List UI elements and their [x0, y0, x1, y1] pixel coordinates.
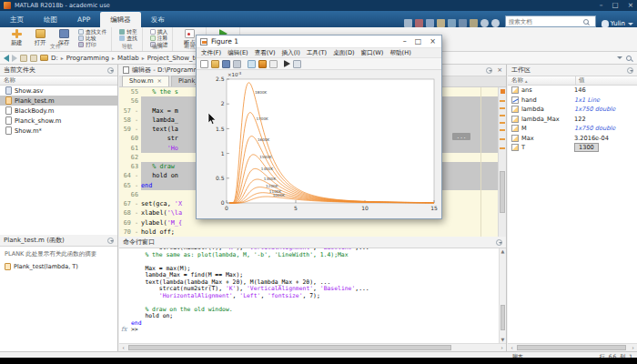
- notifications-bell-icon[interactable]: [602, 20, 609, 27]
- breadcrumb-segment[interactable]: D:: [51, 55, 58, 62]
- ribbon-tab-主页[interactable]: 主页: [0, 12, 34, 27]
- panel-menu-icon[interactable]: [496, 239, 502, 246]
- line-number: 67 -: [119, 199, 141, 208]
- file-column-header[interactable]: 名称: [0, 76, 117, 86]
- workspace-row[interactable]: hand1x1 Line: [508, 96, 637, 106]
- up-folder-icon[interactable]: [20, 55, 27, 62]
- undo-icon[interactable]: [448, 19, 456, 27]
- figure-menu-插入(I)[interactable]: 插入(I): [281, 49, 299, 57]
- editor-tab-Show.m[interactable]: Show.m×: [122, 76, 169, 86]
- save-icon[interactable]: [404, 19, 412, 27]
- scroll-right-icon[interactable]: ›: [629, 344, 637, 351]
- file-row[interactable]: Planck_show.m: [0, 116, 117, 126]
- file-row[interactable]: Plank_test.m: [0, 96, 117, 106]
- print-figure-icon[interactable]: [233, 60, 241, 68]
- browse-folder-icon[interactable]: [30, 55, 37, 62]
- back-icon[interactable]: [4, 55, 9, 62]
- edit-plot-icon[interactable]: [284, 60, 290, 67]
- search-icon[interactable]: [583, 19, 589, 25]
- figure-menu-窗口(W)[interactable]: 窗口(W): [361, 49, 384, 57]
- workspace-row[interactable]: ans146: [508, 86, 637, 96]
- figure-close-button[interactable]: ×: [430, 35, 436, 47]
- workspace-row[interactable]: T1300: [508, 143, 637, 153]
- scroll-thumb[interactable]: [500, 305, 505, 330]
- workspace-row[interactable]: lambda_Max122: [508, 115, 637, 125]
- breadcrumb-segment[interactable]: Matlab: [117, 55, 139, 62]
- panel-menu-icon[interactable]: [486, 67, 492, 74]
- code-segment: [141, 145, 167, 152]
- scroll-left-icon[interactable]: ‹: [119, 344, 127, 351]
- file-row[interactable]: BlackBody.m: [0, 106, 117, 116]
- workspace-row[interactable]: lambda1x750 double: [508, 105, 637, 115]
- scroll-thumb[interactable]: [128, 345, 451, 350]
- new-figure-icon[interactable]: [200, 60, 208, 68]
- workspace-row[interactable]: M1x750 double: [508, 124, 637, 134]
- figure-menu-查看(V)[interactable]: 查看(V): [255, 49, 276, 57]
- panel-menu-icon[interactable]: [627, 67, 633, 74]
- numeric-grid-icon: [511, 144, 519, 151]
- close-button[interactable]: ×: [628, 0, 633, 11]
- chevron-down-icon[interactable]: [617, 56, 622, 59]
- workspace-hscrollbar[interactable]: ‹ ›: [508, 343, 637, 351]
- help-icon[interactable]: [480, 19, 489, 27]
- minimize-button[interactable]: –: [600, 0, 603, 11]
- breadcrumb-segment[interactable]: Programming: [66, 55, 109, 62]
- figure-menu-文件(F)[interactable]: 文件(F): [201, 49, 221, 57]
- close-panel-icon[interactable]: ×: [497, 67, 502, 74]
- scroll-right-icon[interactable]: ›: [498, 344, 506, 351]
- analyzer-mark: [500, 107, 505, 109]
- scroll-thumb[interactable]: [500, 171, 505, 213]
- chevron-down-icon[interactable]: [107, 238, 114, 244]
- user-menu[interactable]: Yulin: [611, 20, 633, 27]
- figure-menu-帮助(H)[interactable]: 帮助(H): [389, 49, 410, 57]
- command-window-body[interactable]: strcat(num2str(T), 'K'), 'VerticalAlignm…: [119, 248, 506, 343]
- figure-menu-工具(T)[interactable]: 工具(T): [307, 49, 327, 57]
- maximize-button[interactable]: □: [612, 0, 619, 11]
- switch-window-icon[interactable]: [470, 19, 478, 27]
- workspace-column-headers[interactable]: 名称▴ 值: [508, 76, 637, 86]
- save-figure-icon[interactable]: [222, 60, 230, 68]
- file-row[interactable]: Show.asv: [0, 86, 117, 96]
- panel-menu-icon[interactable]: [107, 67, 114, 74]
- copy-icon[interactable]: [426, 19, 434, 27]
- figure-menu-编辑(E)[interactable]: 编辑(E): [228, 49, 248, 57]
- doc-search-input[interactable]: [509, 18, 583, 25]
- ribbon-group-导航: 转至查找导航: [112, 27, 143, 51]
- function-signature-row[interactable]: Plank_test(lambda, T): [5, 263, 113, 270]
- figure-window[interactable]: Figure 1 – □ × 文件(F)编辑(E)查看(V)插入(I)工具(T)…: [196, 35, 442, 219]
- insert-legend-icon[interactable]: [269, 60, 278, 68]
- insert-colorbar-icon[interactable]: [258, 60, 267, 68]
- figure-titlebar[interactable]: Figure 1 – □ ×: [197, 35, 441, 48]
- command-hscrollbar[interactable]: ‹ ›: [119, 343, 506, 351]
- doc-search-box[interactable]: [505, 15, 596, 27]
- variable-name: ans: [521, 86, 532, 94]
- scroll-down-icon[interactable]: ▼: [500, 337, 506, 343]
- paste-icon[interactable]: [437, 19, 445, 27]
- scroll-thumb[interactable]: [517, 345, 626, 350]
- scroll-up-icon[interactable]: ▲: [500, 248, 506, 255]
- workspace-row[interactable]: Max3.2016e-04: [508, 134, 637, 144]
- editor-scrollbar[interactable]: [498, 87, 506, 237]
- figure-menu-桌面(D)[interactable]: 桌面(D): [333, 49, 354, 57]
- forward-icon[interactable]: [12, 55, 17, 62]
- file-row[interactable]: Show.m*: [0, 126, 117, 136]
- ribbon-button-查找[interactable]: 查找: [119, 35, 137, 41]
- link-plot-icon[interactable]: [248, 60, 256, 68]
- figure-plot-area[interactable]: 05101500.511.522.5×10-31800K1700K1600K15…: [197, 70, 441, 217]
- command-vscrollbar[interactable]: ▲ ▼: [499, 248, 506, 343]
- scroll-left-icon[interactable]: ‹: [508, 344, 516, 351]
- cut-icon[interactable]: [415, 19, 423, 27]
- ribbon-tab-发布[interactable]: 发布: [141, 12, 175, 27]
- community-icon[interactable]: [491, 19, 500, 27]
- ribbon-tab-编辑器[interactable]: 编辑器: [100, 12, 141, 27]
- open-file-icon[interactable]: [211, 60, 219, 68]
- prompt-line[interactable]: >>: [131, 327, 506, 334]
- redo-icon[interactable]: [459, 19, 467, 27]
- ribbon-tab-绘图[interactable]: 绘图: [34, 12, 67, 27]
- figure-maximize-button[interactable]: □: [415, 35, 422, 47]
- search-folder-icon[interactable]: [626, 56, 632, 61]
- property-inspector-icon[interactable]: [293, 60, 301, 68]
- ribbon-tab-APP[interactable]: APP: [67, 12, 100, 27]
- close-tab-icon[interactable]: ×: [157, 76, 162, 86]
- figure-minimize-button[interactable]: –: [403, 35, 407, 47]
